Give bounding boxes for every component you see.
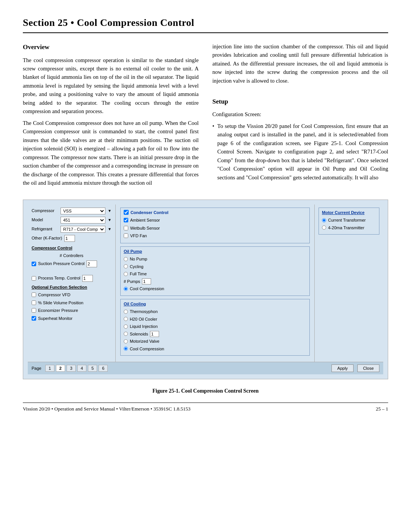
motor-current-transmitter-label: 4-20ma Transmitter [328,225,364,231]
vfd-fan-row: VFD Fan [124,233,306,239]
refrigerant-select[interactable]: R717 - Cool Comp [61,226,105,233]
ambient-sensor-checkbox[interactable] [124,218,128,222]
page-btn-5[interactable]: 5 [88,365,97,372]
panel-left: Compressor VSS ▼ Model 451 ▼ Refrigerant… [28,204,116,362]
opt-economizer-row: Economizer Pressure [32,307,112,314]
condenser-checkbox[interactable] [124,210,129,215]
compressor-select[interactable]: VSS [61,208,105,214]
opt-slide-volume-checkbox[interactable] [32,300,36,305]
motor-current-transmitter-row: 4-20ma Transmitter [322,225,376,231]
oil-pump-no-pump-row: No Pump [124,256,306,262]
process-temp-input[interactable] [82,275,93,282]
suction-pressure-checkbox[interactable] [32,262,36,266]
oil-pump-no-pump-label: No Pump [130,256,147,262]
refrigerant-dropdown-icon: ▼ [108,226,112,232]
config-screen-wrapper: Compressor VSS ▼ Model 451 ▼ Refrigerant… [23,200,388,380]
model-row: Model 451 ▼ [32,217,112,224]
oil-cooling-h2o-radio[interactable] [124,317,128,321]
compressor-dropdown-icon: ▼ [108,208,112,214]
oil-cooling-motorized-valve-radio[interactable] [124,339,128,343]
opt-compressor-vfd-label: Compressor VFD [38,292,70,298]
oil-pump-no-pump-radio[interactable] [124,257,128,261]
vfd-fan-checkbox[interactable] [124,233,128,238]
opt-compressor-vfd-checkbox[interactable] [32,292,36,297]
oil-cooling-solenoids-input[interactable] [150,331,159,337]
oil-pump-cool-compression-row: Cool Compression [124,286,306,292]
oil-pump-cycling-row: Cycling [124,264,306,270]
oil-cooling-h2o-row: H20 Oil Cooler [124,316,306,323]
content-area: Overview The cool compression compressor… [23,42,388,190]
oil-cooling-liquid-injection-label: Liquid Injection [130,323,158,330]
spacer [32,269,112,275]
oil-cooling-cool-compression-label: Cool Compression [130,346,164,352]
oil-cooling-title: Oil Cooling [124,301,306,307]
oil-pump-full-time-radio[interactable] [124,272,128,276]
motor-current-transmitter-radio[interactable] [322,225,326,230]
oil-pump-full-time-row: Full Time [124,271,306,277]
opt-slide-volume-row: % Slide Volume Position [32,300,112,306]
footer-right: 25 – 1 [376,405,389,413]
refrigerant-label: Refrigerant [32,226,58,232]
bullet-text: To setup the Vission 20/20 panel for Coo… [217,122,388,182]
motor-current-transformer-radio[interactable] [322,218,326,222]
oil-cooling-liquid-injection-radio[interactable] [124,324,128,329]
page-header: Section 25 • Cool Compression Control [23,15,388,33]
page-btn-2[interactable]: 2 [56,365,65,372]
overview-para-2: The Cool Compression compressor does not… [23,119,199,187]
oil-cooling-cool-compression-radio[interactable] [124,347,128,351]
left-column: Overview The cool compression compressor… [23,42,199,190]
other-label: Other (K-Factor) [32,235,62,241]
process-temp-checkbox[interactable] [32,276,36,281]
oil-cooling-h2o-label: H20 Oil Cooler [130,316,157,323]
config-screen: Compressor VSS ▼ Model 451 ▼ Refrigerant… [28,204,383,362]
page-label: Page [32,365,41,372]
overview-para-1: The cool compression compressor operatio… [23,56,199,116]
oil-pump-cycling-radio[interactable] [124,264,128,268]
opt-superheat-row: Superheat Monitor [32,315,112,322]
page-btn-1[interactable]: 1 [45,365,54,372]
opt-economizer-checkbox[interactable] [32,308,36,313]
oil-pump-cool-compression-label: Cool Compression [130,286,164,292]
oil-cooling-section: Oil Cooling Thermosyphon H20 Oil Cooler … [120,299,310,356]
ambient-sensor-label: Ambient Sensor [130,217,160,224]
oil-pump-pumps-label: # Pumps [124,278,140,285]
page-btn-4[interactable]: 4 [77,365,86,372]
close-button[interactable]: Close [357,364,379,372]
apply-button[interactable]: Apply [331,364,354,372]
motor-current-transformer-row: Current Transformer [322,217,376,224]
opt-superheat-label: Superheat Monitor [38,315,73,322]
oil-cooling-solenoids-row: Solenoids [124,331,306,337]
oil-pump-title: Oil Pump [124,248,306,255]
motor-current-box: Motor Current Device Current Transformer… [319,208,379,235]
right-column: injection line into the suction chamber … [212,42,388,190]
page-btn-6[interactable]: 6 [99,365,108,372]
page-footer: Vission 20/20 • Operation and Service Ma… [23,403,388,413]
opt-superheat-checkbox[interactable] [32,316,36,321]
ambient-sensor-row: Ambient Sensor [124,217,306,224]
suction-pressure-input[interactable] [86,260,97,267]
oil-cooling-thermosyphon-radio[interactable] [124,310,128,314]
process-temp-label: Process Temp. Control [38,275,80,281]
opt-slide-volume-label: % Slide Volume Position [38,300,83,306]
vfd-fan-label: VFD Fan [130,233,147,239]
oil-pump-pumps-input[interactable] [142,278,151,284]
oil-pump-cool-compression-radio[interactable] [124,287,128,291]
oil-cooling-motorized-valve-label: Motorized Valve [130,338,159,345]
compressor-label: Compressor [32,208,58,214]
setup-bullet: • To setup the Vission 20/20 panel for C… [212,122,388,182]
oil-cooling-solenoids-radio[interactable] [124,332,128,336]
panel-middle: Condenser Control Ambient Sensor Wetbulb… [116,204,315,362]
other-row: Other (K-Factor) [32,235,112,242]
wetbulb-sensor-row: Wetbulb Sensor [124,225,306,232]
wetbulb-sensor-checkbox[interactable] [124,226,128,230]
other-input[interactable] [64,235,75,242]
condenser-section: Condenser Control Ambient Sensor Wetbulb… [120,208,310,243]
oil-cooling-thermosyphon-row: Thermosyphon [124,308,306,315]
figure-caption: Figure 25-1. Cool Compression Control Sc… [23,387,388,395]
oil-cooling-solenoids-label: Solenoids [130,331,148,337]
refrigerant-row: Refrigerant R717 - Cool Comp ▼ [32,226,112,233]
page-btn-3[interactable]: 3 [67,365,76,372]
condenser-title-row: Condenser Control [124,209,306,216]
model-label: Model [32,217,58,223]
model-select[interactable]: 451 [61,217,105,224]
